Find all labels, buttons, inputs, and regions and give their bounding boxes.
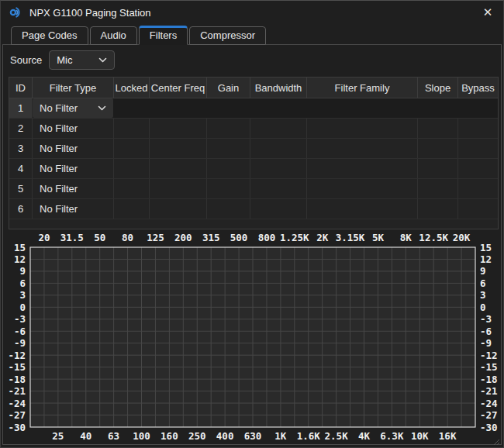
cell-empty (307, 98, 418, 118)
tab-compressor[interactable]: Compressor (189, 26, 266, 45)
column-header-bandwidth[interactable]: Bandwidth (250, 78, 307, 98)
y-tick-left: -21 (8, 385, 26, 397)
y-tick-right: 3 (480, 289, 486, 301)
column-header-gain[interactable]: Gain (207, 78, 250, 98)
y-tick-right: 12 (480, 253, 492, 265)
x-tick-top: 125 (147, 232, 164, 243)
cell-filter-type[interactable]: No Filter (33, 159, 114, 178)
table-row[interactable]: 3No Filter (9, 139, 498, 159)
column-header-id[interactable]: ID (9, 78, 33, 98)
x-tick-bottom: 1.6K (297, 430, 321, 442)
x-tick-top: 20 (38, 232, 50, 243)
column-header-locked[interactable]: Locked (114, 78, 150, 98)
tab-filters[interactable]: Filters (139, 26, 188, 45)
cell-id: 4 (9, 159, 33, 178)
x-tick-top: 200 (174, 232, 192, 243)
cell-empty (150, 98, 207, 118)
cell-id: 5 (9, 179, 33, 198)
y-tick-right: 9 (480, 265, 486, 277)
column-header-bypass[interactable]: Bypass (458, 78, 498, 98)
cell-filter-type[interactable]: No Filter (33, 179, 114, 198)
x-tick-top: 2K (316, 232, 329, 243)
chevron-down-icon (98, 105, 106, 111)
x-tick-top: 31.5 (60, 232, 84, 243)
close-button[interactable]: ✕ (478, 3, 497, 22)
source-select[interactable]: Mic (49, 50, 115, 70)
cell-empty (114, 139, 150, 158)
cell-filter-type[interactable]: No Filter (33, 199, 114, 219)
column-header-center-freq[interactable]: Center Freq (150, 78, 207, 98)
cell-empty (150, 159, 207, 178)
cell-empty (250, 119, 307, 138)
eq-graph-svg: 202531.540506380100125160200250315400500… (3, 228, 502, 446)
column-header-filter-family[interactable]: Filter Family (307, 78, 418, 98)
table-row[interactable]: 1No Filter (9, 98, 498, 119)
tab-audio[interactable]: Audio (90, 26, 137, 45)
cell-empty (307, 159, 418, 178)
cell-empty (418, 179, 458, 198)
y-tick-left: 9 (19, 265, 26, 277)
y-tick-right: -21 (480, 385, 498, 397)
filters-panel: Source Mic IDFilter TypeLockedCenter Fre… (2, 44, 502, 445)
cell-empty (150, 199, 207, 219)
y-tick-right: -12 (480, 350, 498, 361)
y-tick-left: -12 (8, 350, 26, 361)
cell-empty (458, 98, 498, 118)
cell-empty (458, 179, 498, 198)
x-tick-bottom: 630 (244, 430, 262, 442)
x-tick-top: 12.5K (419, 232, 448, 243)
cell-empty (207, 159, 250, 178)
x-tick-bottom: 4K (358, 430, 371, 442)
x-tick-bottom: 1K (274, 430, 287, 442)
cell-filter-type[interactable]: No Filter (33, 119, 114, 138)
cell-empty (150, 139, 207, 158)
cell-empty (207, 98, 250, 118)
y-tick-left: -3 (14, 313, 26, 325)
table-row[interactable]: 6No Filter (9, 199, 498, 219)
x-tick-top: 8K (400, 232, 413, 243)
x-tick-bottom: 6.3K (380, 430, 404, 442)
cell-empty (418, 119, 458, 138)
cell-empty (250, 179, 307, 198)
table-row[interactable]: 5No Filter (9, 179, 498, 199)
y-tick-right: -15 (480, 361, 498, 373)
eq-graph: 202531.540506380100125160200250315400500… (3, 228, 502, 446)
source-value: Mic (57, 54, 72, 66)
cell-empty (114, 199, 150, 219)
x-tick-bottom: 63 (108, 430, 119, 442)
x-tick-top: 1.25K (280, 232, 309, 243)
y-tick-right: -27 (480, 409, 498, 421)
tab-page-codes[interactable]: Page Codes (11, 26, 88, 45)
x-tick-top: 80 (122, 232, 133, 243)
cell-id: 1 (9, 98, 33, 118)
cell-empty (207, 139, 250, 158)
y-tick-left: 15 (14, 242, 26, 253)
resize-grip-icon[interactable] (492, 435, 500, 443)
column-header-filter-type[interactable]: Filter Type (33, 78, 114, 98)
filter-type-select[interactable]: No Filter (33, 98, 113, 118)
tab-bar: Page Codes Audio Filters Compressor (11, 26, 266, 45)
y-tick-right: -6 (480, 326, 492, 337)
cell-empty (150, 119, 207, 138)
x-tick-top: 50 (94, 232, 105, 243)
cell-empty (114, 179, 150, 198)
cell-empty (458, 119, 498, 138)
cell-filter-type[interactable]: No Filter (33, 139, 114, 158)
x-tick-top: 500 (230, 232, 248, 243)
x-tick-top: 5K (372, 232, 385, 243)
x-tick-bottom: 100 (133, 430, 150, 442)
cell-empty (418, 199, 458, 219)
cell-empty (207, 179, 250, 198)
y-tick-left: -15 (8, 361, 26, 373)
cell-filter-type: No Filter (33, 98, 114, 118)
cell-empty (418, 159, 458, 178)
column-header-slope[interactable]: Slope (418, 78, 458, 98)
table-row[interactable]: 2No Filter (9, 119, 498, 139)
app-window: NPX G1100 Paging Station ✕ Page Codes Au… (0, 0, 504, 448)
chevron-down-icon (98, 57, 107, 63)
source-row: Source Mic (10, 50, 115, 70)
cell-empty (458, 159, 498, 178)
cell-empty (250, 98, 307, 118)
x-tick-bottom: 40 (80, 430, 91, 442)
table-row[interactable]: 4No Filter (9, 159, 498, 179)
